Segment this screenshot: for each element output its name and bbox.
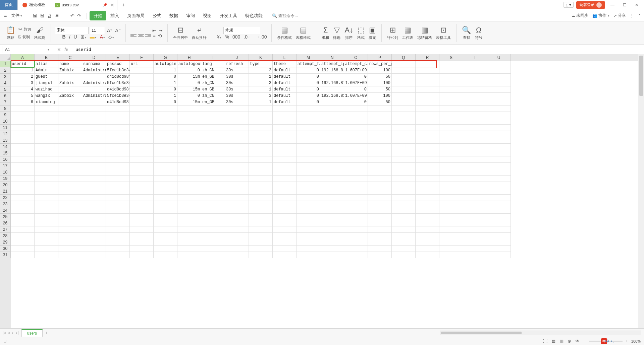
menu-tab-8[interactable]: 特色功能 — [241, 11, 267, 20]
number-format-select[interactable] — [223, 27, 260, 34]
cell[interactable] — [320, 226, 344, 233]
cell[interactable] — [487, 195, 511, 201]
cell[interactable] — [439, 188, 463, 195]
cell[interactable] — [225, 118, 249, 125]
cell[interactable]: 3 — [249, 67, 273, 74]
cell[interactable] — [297, 112, 320, 118]
cell[interactable] — [297, 246, 320, 252]
cell[interactable] — [177, 106, 201, 112]
cell[interactable] — [463, 137, 487, 144]
cell[interactable] — [106, 131, 130, 137]
cell[interactable] — [463, 131, 487, 137]
row-header[interactable]: 14 — [0, 144, 11, 150]
cell[interactable] — [320, 99, 344, 106]
col-header[interactable]: L — [273, 54, 297, 61]
cell[interactable] — [487, 80, 511, 86]
cell[interactable] — [297, 169, 320, 176]
cell[interactable]: en_GB — [201, 86, 225, 93]
cell[interactable]: 5fce1b3e34b520afeffb — [106, 93, 130, 99]
cell[interactable] — [225, 125, 249, 131]
cell[interactable]: 30s — [225, 80, 249, 86]
cell[interactable] — [177, 169, 201, 176]
cell[interactable] — [201, 112, 225, 118]
cell[interactable]: 3 — [11, 80, 35, 86]
cell[interactable] — [487, 252, 511, 258]
cell[interactable] — [106, 137, 130, 144]
cell[interactable] — [201, 163, 225, 169]
cell[interactable] — [368, 246, 392, 252]
cell[interactable] — [273, 214, 297, 220]
cell[interactable] — [177, 182, 201, 188]
cell[interactable] — [58, 106, 82, 112]
cell[interactable] — [344, 207, 368, 214]
cell[interactable] — [225, 214, 249, 220]
cell[interactable] — [58, 169, 82, 176]
cell[interactable] — [487, 226, 511, 233]
cell[interactable] — [463, 252, 487, 258]
cell[interactable] — [439, 233, 463, 239]
cell[interactable] — [392, 112, 416, 118]
cell[interactable] — [273, 163, 297, 169]
cell[interactable] — [439, 220, 463, 226]
cell[interactable] — [368, 239, 392, 246]
cell[interactable] — [130, 74, 154, 80]
cell[interactable] — [416, 176, 439, 182]
cell[interactable] — [297, 182, 320, 188]
cell[interactable] — [392, 233, 416, 239]
cell[interactable]: 4 — [11, 86, 35, 93]
cell[interactable] — [273, 239, 297, 246]
cell[interactable] — [130, 220, 154, 226]
cell[interactable]: userid — [11, 61, 35, 67]
cell[interactable] — [463, 144, 487, 150]
decrease-decimal[interactable]: .0← — [243, 34, 253, 40]
cell[interactable] — [368, 233, 392, 239]
cell[interactable] — [177, 156, 201, 163]
cell[interactable] — [297, 144, 320, 150]
cell[interactable] — [177, 125, 201, 131]
minimize-button[interactable]: — — [608, 1, 617, 9]
cell[interactable] — [439, 93, 463, 99]
cell[interactable] — [320, 125, 344, 131]
cell[interactable] — [249, 131, 273, 137]
col-header[interactable]: C — [58, 54, 82, 61]
cell[interactable] — [487, 169, 511, 176]
cell[interactable] — [82, 239, 106, 246]
cell[interactable] — [297, 239, 320, 246]
cell[interactable] — [201, 252, 225, 258]
cell[interactable] — [487, 239, 511, 246]
cell[interactable] — [130, 169, 154, 176]
cell[interactable] — [439, 137, 463, 144]
cell[interactable]: 3 — [249, 80, 273, 86]
cell[interactable] — [273, 169, 297, 176]
cell[interactable] — [297, 214, 320, 220]
cell[interactable] — [487, 67, 511, 74]
cell[interactable] — [416, 233, 439, 239]
cell[interactable] — [487, 163, 511, 169]
cell[interactable] — [177, 207, 201, 214]
cell[interactable] — [392, 118, 416, 125]
cell[interactable] — [82, 118, 106, 125]
cell[interactable] — [58, 252, 82, 258]
window-count-badge[interactable]: 1▾ — [564, 2, 574, 8]
cell[interactable]: default — [273, 80, 297, 86]
cell[interactable] — [392, 226, 416, 233]
copy-button[interactable]: ⎘复制 — [18, 34, 32, 40]
cell[interactable] — [344, 112, 368, 118]
percent-button[interactable]: % — [224, 34, 229, 40]
cell[interactable] — [225, 144, 249, 150]
cell[interactable] — [344, 144, 368, 150]
cell[interactable] — [106, 195, 130, 201]
cell[interactable] — [177, 239, 201, 246]
cell[interactable] — [320, 233, 344, 239]
col-header[interactable]: J — [225, 54, 249, 61]
cell[interactable] — [439, 195, 463, 201]
cell[interactable] — [273, 156, 297, 163]
login-button[interactable]: 访客登录 — [576, 1, 605, 9]
cell[interactable] — [273, 131, 297, 137]
cell[interactable] — [82, 207, 106, 214]
cell[interactable]: 50 — [368, 86, 392, 93]
tab-home[interactable]: 首页 — [0, 0, 18, 10]
cell[interactable] — [368, 144, 392, 150]
sort-button[interactable]: A↓排序 — [343, 25, 355, 41]
zoom-in-icon[interactable]: + — [625, 339, 629, 344]
